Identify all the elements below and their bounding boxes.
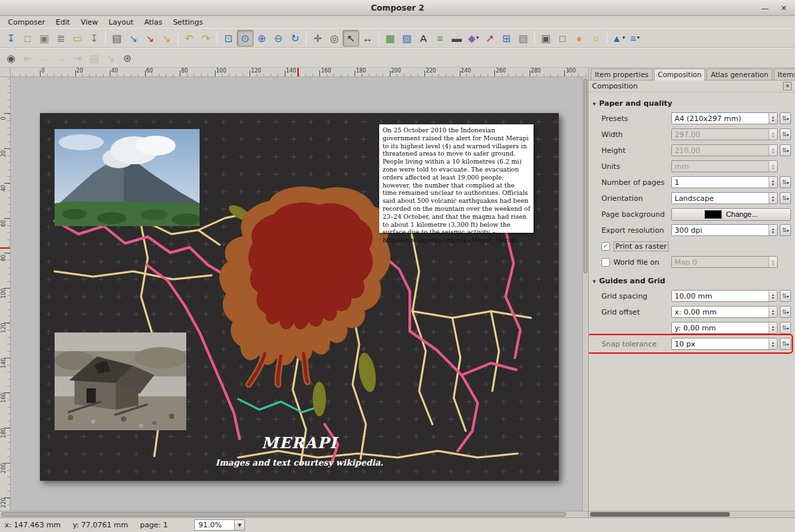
add-scalebar-button[interactable]: ▬ bbox=[448, 30, 465, 47]
grid-spacing-spinbox[interactable]: 10,00 mm ▴▾ bbox=[671, 290, 778, 302]
map-title-label[interactable]: MERAPI bbox=[40, 434, 559, 452]
add-attribute-table-button[interactable]: ⊞ bbox=[498, 30, 515, 47]
height-value: 210,00 bbox=[675, 146, 768, 155]
data-defined-override-button[interactable]: ⇅▾ bbox=[780, 338, 791, 350]
menu-view[interactable]: View bbox=[75, 17, 103, 27]
atlas-preview-button[interactable]: ◉ bbox=[3, 50, 19, 66]
add-label-button[interactable]: A bbox=[415, 30, 432, 47]
minimize-button[interactable]: — bbox=[759, 3, 771, 13]
zoom-full-button[interactable]: ⊡ bbox=[220, 30, 237, 47]
snap-tolerance-spinbox[interactable]: 10 px ▴▾ bbox=[671, 338, 778, 350]
add-shape-button[interactable]: ◆▾ bbox=[465, 30, 482, 47]
atlas-settings-button[interactable]: ⊛ bbox=[119, 50, 136, 66]
menu-composer[interactable]: Composer bbox=[3, 17, 51, 27]
close-button[interactable]: ✕ bbox=[778, 3, 790, 13]
grid-offset-x-spinbox[interactable]: x: 0,00 mm ▴▾ bbox=[671, 306, 778, 318]
text-box-item[interactable]: On 25 October 2010 the Indonesian govern… bbox=[379, 124, 534, 233]
section-paper-and-quality[interactable]: ▾ Paper and quality bbox=[593, 99, 791, 108]
dropdown-arrow-icon[interactable]: ▼ bbox=[234, 520, 244, 530]
volcano-photo[interactable] bbox=[55, 129, 200, 226]
spinner-arrows-icon[interactable]: ▴▾ bbox=[768, 323, 777, 333]
align-items-button[interactable]: ≡▾ bbox=[627, 30, 643, 47]
menu-settings[interactable]: Settings bbox=[168, 17, 208, 27]
data-defined-override-button[interactable]: ⇅▾ bbox=[780, 112, 791, 124]
world-file-checkbox[interactable] bbox=[601, 258, 610, 267]
print-as-raster-label[interactable]: Print as raster bbox=[613, 241, 669, 251]
tab-atlas-generation[interactable]: Atlas generation bbox=[707, 68, 772, 80]
menu-edit[interactable]: Edit bbox=[51, 17, 75, 27]
composition-page[interactable]: On 25 October 2010 the Indonesian govern… bbox=[40, 113, 559, 481]
spinner-arrows-icon[interactable]: ▴▾ bbox=[768, 225, 777, 235]
new-composer-button[interactable]: □ bbox=[19, 30, 36, 47]
group-items-button[interactable]: ▣ bbox=[538, 30, 554, 47]
duplicate-composer-button[interactable]: ▣ bbox=[36, 30, 53, 47]
ruined-house-photo[interactable] bbox=[55, 332, 186, 430]
zoom-tool-button[interactable]: ◎ bbox=[326, 30, 343, 47]
spinner-arrows-icon[interactable]: ▴▾ bbox=[768, 307, 777, 317]
data-defined-override-button[interactable]: ⇅▾ bbox=[780, 290, 791, 302]
export-as-pdf-button[interactable]: ↘ bbox=[142, 30, 158, 47]
add-image-button[interactable]: ▨ bbox=[398, 30, 415, 47]
tab-composition[interactable]: Composition bbox=[654, 68, 706, 80]
spinner-arrows-icon[interactable]: ▴▾ bbox=[768, 113, 777, 124]
tab-items[interactable]: Items bbox=[774, 68, 795, 80]
spinner-arrows-icon[interactable]: ▴▾ bbox=[768, 291, 777, 301]
select-move-item-button[interactable]: ↖ bbox=[343, 30, 359, 47]
zoom-level-combo[interactable]: 91.0% ▼ bbox=[194, 519, 245, 531]
menu-layout[interactable]: Layout bbox=[103, 17, 138, 27]
scrollbar-thumb[interactable] bbox=[583, 78, 587, 273]
composer-canvas[interactable]: On 25 October 2010 the Indonesian govern… bbox=[11, 77, 582, 511]
move-item-content-button[interactable]: ↔ bbox=[359, 30, 376, 47]
canvas-horizontal-scrollbar[interactable] bbox=[0, 511, 588, 517]
presets-combo[interactable]: A4 (210x297 mm) ▴▾ bbox=[671, 112, 778, 124]
zoom-actual-size-button[interactable]: ⊙ bbox=[237, 30, 253, 47]
zoom-in-button[interactable]: ⊕ bbox=[253, 30, 270, 47]
menu-atlas[interactable]: Atlas bbox=[139, 17, 168, 27]
page-background-color-button[interactable]: Change... bbox=[671, 208, 791, 221]
tab-item-properties[interactable]: Item properties bbox=[591, 68, 653, 80]
spinner-arrows-icon[interactable]: ▴▾ bbox=[768, 338, 777, 349]
data-defined-override-button[interactable]: ⇅▾ bbox=[780, 224, 791, 236]
scrollbar-thumb[interactable] bbox=[590, 512, 730, 517]
lock-items-button[interactable]: ● bbox=[571, 30, 587, 47]
zoom-out-button[interactable]: ⊖ bbox=[270, 30, 287, 47]
undo-button[interactable]: ↶ bbox=[181, 30, 198, 47]
grid-offset-y-spinbox[interactable]: y: 0,00 mm ▴▾ bbox=[671, 322, 778, 334]
section-guides-and-grid[interactable]: ▾ Guides and Grid bbox=[593, 277, 791, 285]
composer-manager-button[interactable]: ≣ bbox=[53, 30, 69, 47]
load-from-template-button[interactable]: ▭ bbox=[69, 30, 86, 47]
pan-tool-button[interactable]: ✛ bbox=[309, 30, 326, 47]
export-resolution-spinbox[interactable]: 300 dpi ▴▾ bbox=[671, 224, 778, 236]
print-as-raster-checkbox[interactable]: ✓ bbox=[601, 242, 610, 251]
data-defined-override-button[interactable]: ⇅▾ bbox=[780, 144, 791, 156]
add-new-map-button[interactable]: ▦ bbox=[382, 30, 398, 47]
panel-horizontal-scrollbar[interactable] bbox=[589, 511, 795, 517]
orientation-combo[interactable]: Landscape ▴▾ bbox=[671, 192, 778, 204]
scrollbar-thumb[interactable] bbox=[1, 512, 566, 517]
add-legend-button[interactable]: ≡ bbox=[432, 30, 448, 47]
map-subtitle-label[interactable]: Images and text courtesy wikipedia. bbox=[40, 458, 559, 467]
export-as-svg-button[interactable]: ↘ bbox=[158, 30, 175, 47]
unlock-items-button[interactable]: ○ bbox=[587, 30, 604, 47]
raise-items-button[interactable]: ▲▾ bbox=[610, 30, 627, 47]
add-html-frame-button[interactable]: ▧ bbox=[515, 30, 532, 47]
data-defined-override-button[interactable]: ⇅▾ bbox=[780, 322, 791, 334]
refresh-view-button[interactable]: ↻ bbox=[287, 30, 303, 47]
data-defined-override-button[interactable]: ⇅▾ bbox=[780, 192, 791, 204]
data-defined-override-button[interactable]: ⇅▾ bbox=[780, 176, 791, 188]
ungroup-items-button[interactable]: □ bbox=[554, 30, 571, 47]
print-composer-button[interactable]: ▤ bbox=[108, 30, 125, 47]
number-of-pages-spinbox[interactable]: 1 ▴▾ bbox=[671, 176, 778, 188]
redo-button[interactable]: ↷ bbox=[198, 30, 214, 47]
data-defined-override-button[interactable]: ⇅▾ bbox=[780, 128, 791, 140]
data-defined-override-button[interactable]: ⇅▾ bbox=[780, 306, 791, 318]
spinner-arrows-icon[interactable]: ▴▾ bbox=[768, 193, 777, 203]
world-file-label[interactable]: World file on bbox=[613, 258, 659, 267]
panel-close-button[interactable]: ✕ bbox=[783, 82, 792, 90]
save-project-button[interactable]: ↧ bbox=[3, 30, 19, 47]
spinner-arrows-icon[interactable]: ▴▾ bbox=[768, 177, 777, 188]
canvas-vertical-scrollbar[interactable] bbox=[582, 77, 588, 511]
export-as-image-button[interactable]: ↘ bbox=[125, 30, 142, 47]
add-arrow-button[interactable]: ↗ bbox=[482, 30, 498, 47]
save-as-template-button[interactable]: ↧ bbox=[86, 30, 102, 47]
